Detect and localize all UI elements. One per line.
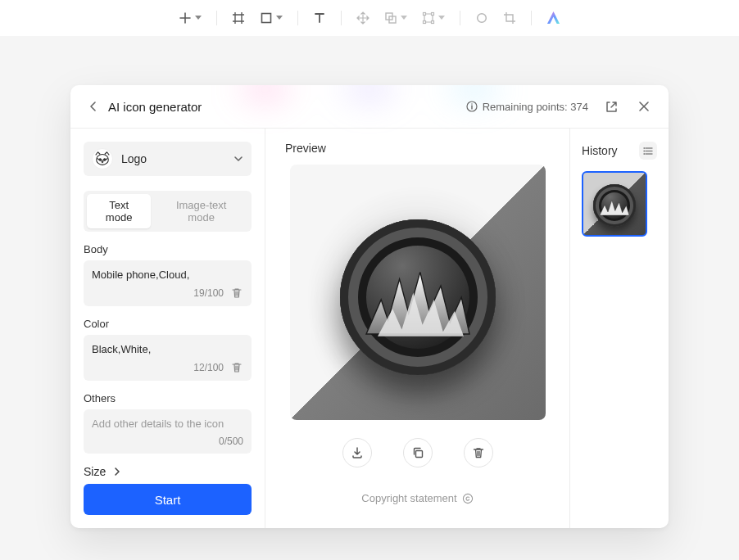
download-icon [351, 446, 364, 459]
edit-points-tool[interactable] [422, 11, 445, 25]
history-item[interactable] [582, 171, 647, 237]
ai-tool[interactable] [546, 11, 561, 25]
others-field[interactable]: Add other details to the icon 0/500 [84, 409, 252, 454]
svg-point-13 [463, 494, 472, 503]
crop-tool[interactable] [503, 11, 516, 25]
remaining-points: Remaining points: 374 [466, 101, 588, 113]
logo-preset-icon [92, 148, 113, 169]
preview-panel: Preview [265, 129, 570, 528]
text-tool[interactable] [313, 11, 326, 25]
size-label: Size [84, 465, 106, 478]
icon-type-dropdown[interactable]: Logo [84, 142, 252, 176]
preview-title: Preview [285, 142, 550, 155]
tab-text-mode[interactable]: Text mode [87, 194, 151, 228]
list-icon [643, 146, 654, 156]
back-button[interactable] [85, 98, 102, 115]
color-field[interactable]: Black,White, 12/100 [84, 335, 252, 381]
toolbar-separator [216, 11, 217, 25]
frame-icon [232, 11, 245, 25]
points-label: Remaining points: 374 [483, 101, 588, 113]
others-placeholder: Add other details to the icon [92, 418, 243, 431]
copyright-link[interactable]: Copyright statement [285, 492, 550, 504]
chevron-left-icon [88, 102, 98, 111]
modal-title: AI icon generator [108, 100, 466, 114]
generated-icon [340, 219, 496, 375]
modal-header: AI icon generator Remaining points: 374 [70, 85, 669, 129]
preview-actions [285, 438, 550, 467]
boolean-icon [384, 11, 397, 25]
top-toolbar [0, 0, 739, 36]
shape-tool[interactable] [260, 11, 283, 25]
trash-icon [231, 362, 243, 373]
frame-tool[interactable] [232, 11, 245, 25]
popout-icon [605, 101, 618, 113]
history-view-toggle[interactable] [639, 142, 657, 160]
mask-tool[interactable] [475, 11, 488, 25]
color-label: Color [84, 318, 252, 330]
toolbar-separator [460, 11, 460, 25]
boolean-tool[interactable] [384, 11, 407, 25]
nodes-icon [422, 11, 435, 25]
svg-rect-12 [415, 451, 422, 458]
toolbar-separator [341, 11, 342, 25]
copyright-label: Copyright statement [361, 492, 456, 504]
others-label: Others [84, 392, 252, 404]
color-clear-button[interactable] [230, 361, 243, 374]
svg-rect-0 [261, 13, 270, 22]
copy-button[interactable] [403, 438, 433, 467]
copyright-icon [462, 493, 474, 504]
history-panel: History [570, 129, 669, 528]
move-icon [356, 11, 370, 25]
color-group: Color Black,White, 12/100 [84, 318, 252, 381]
body-label: Body [84, 243, 252, 255]
delete-button[interactable] [464, 438, 493, 467]
history-title: History [582, 144, 618, 157]
icon-type-label: Logo [121, 152, 225, 165]
tab-image-text-mode[interactable]: Image-text mode [154, 194, 248, 228]
settings-panel: Logo Text mode Image-text mode Body Mobi… [70, 129, 265, 528]
close-icon [638, 101, 650, 112]
chevron-down-icon [438, 16, 445, 20]
chevron-down-icon [233, 154, 243, 164]
close-button[interactable] [634, 97, 654, 116]
toolbar-separator [531, 11, 532, 25]
svg-point-14 [643, 147, 645, 149]
text-icon [313, 11, 326, 25]
square-icon [260, 11, 273, 25]
others-counter: 0/500 [219, 436, 243, 447]
history-thumbnail-icon [593, 184, 636, 227]
mode-tabs: Text mode Image-text mode [84, 191, 252, 232]
chevron-right-icon [112, 467, 122, 476]
body-field[interactable]: Mobile phone,Cloud, 19/100 [84, 260, 252, 306]
trash-icon [472, 446, 485, 459]
body-clear-button[interactable] [230, 287, 243, 300]
chevron-down-icon [401, 16, 407, 20]
svg-point-15 [643, 150, 645, 151]
svg-point-7 [477, 13, 486, 22]
others-group: Others Add other details to the icon 0/5… [84, 392, 252, 454]
ai-generator-modal: AI icon generator Remaining points: 374 [70, 85, 669, 528]
svg-point-10 [99, 159, 101, 160]
preview-image [290, 165, 546, 420]
start-button[interactable]: Start [84, 484, 252, 515]
color-value: Black,White, [92, 343, 243, 356]
popout-button[interactable] [601, 97, 621, 116]
trash-icon [231, 287, 243, 299]
modal-overlay: AI icon generator Remaining points: 374 [0, 36, 739, 560]
body-counter: 19/100 [193, 287, 224, 299]
download-button[interactable] [342, 438, 372, 467]
ai-icon [546, 11, 561, 25]
body-value: Mobile phone,Cloud, [92, 269, 243, 282]
move-tool[interactable] [356, 11, 370, 25]
chevron-down-icon [195, 16, 202, 20]
circle-icon [475, 11, 488, 25]
copy-icon [411, 446, 424, 459]
add-tool[interactable] [179, 11, 202, 25]
body-group: Body Mobile phone,Cloud, 19/100 [84, 243, 252, 306]
svg-point-16 [643, 153, 645, 155]
color-counter: 12/100 [193, 362, 224, 373]
chevron-down-icon [276, 16, 283, 20]
plus-icon [179, 11, 192, 25]
size-expander[interactable]: Size [84, 465, 252, 478]
svg-point-11 [104, 159, 106, 160]
